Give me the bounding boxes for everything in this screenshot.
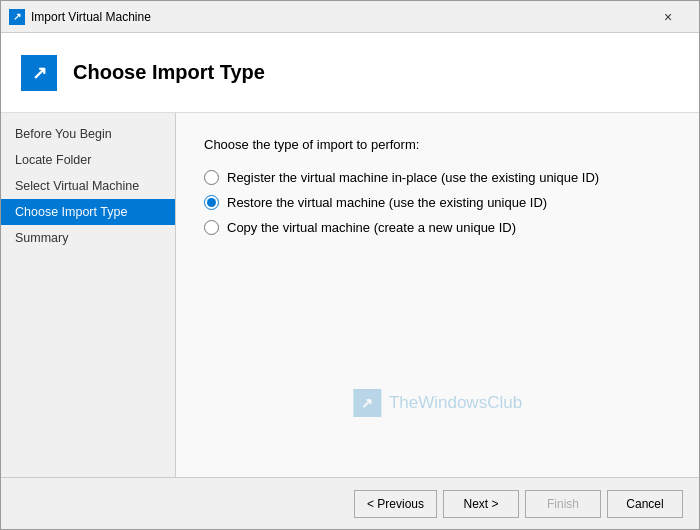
radio-register-label: Register the virtual machine in-place (u…: [227, 170, 599, 185]
wizard-content: Before You Begin Locate Folder Select Vi…: [1, 113, 699, 477]
watermark: ↗ TheWindowsClub: [353, 389, 522, 417]
sidebar-item-locate-folder[interactable]: Locate Folder: [1, 147, 175, 173]
finish-button[interactable]: Finish: [525, 490, 601, 518]
import-type-radio-group: Register the virtual machine in-place (u…: [204, 170, 671, 235]
radio-copy[interactable]: [204, 220, 219, 235]
wizard-header: ↗ Choose Import Type: [1, 33, 699, 113]
cancel-button[interactable]: Cancel: [607, 490, 683, 518]
sidebar-item-select-virtual-machine[interactable]: Select Virtual Machine: [1, 173, 175, 199]
wizard-title: Choose Import Type: [73, 61, 265, 84]
title-bar-icon: ↗: [9, 9, 25, 25]
next-button[interactable]: Next >: [443, 490, 519, 518]
main-instruction: Choose the type of import to perform:: [204, 137, 671, 152]
sidebar-item-before-you-begin[interactable]: Before You Begin: [1, 121, 175, 147]
watermark-text: TheWindowsClub: [389, 393, 522, 413]
sidebar-item-summary[interactable]: Summary: [1, 225, 175, 251]
radio-register[interactable]: [204, 170, 219, 185]
wizard-main-panel: Choose the type of import to perform: Re…: [176, 113, 699, 477]
watermark-icon: ↗: [353, 389, 381, 417]
radio-item-restore[interactable]: Restore the virtual machine (use the exi…: [204, 195, 671, 210]
radio-item-register[interactable]: Register the virtual machine in-place (u…: [204, 170, 671, 185]
close-button[interactable]: ×: [645, 1, 691, 33]
wizard-sidebar: Before You Begin Locate Folder Select Vi…: [1, 113, 176, 477]
radio-restore[interactable]: [204, 195, 219, 210]
title-bar-text: Import Virtual Machine: [31, 10, 645, 24]
radio-restore-label: Restore the virtual machine (use the exi…: [227, 195, 547, 210]
import-virtual-machine-dialog: ↗ Import Virtual Machine × ↗ Choose Impo…: [0, 0, 700, 530]
sidebar-item-choose-import-type[interactable]: Choose Import Type: [1, 199, 175, 225]
previous-button[interactable]: < Previous: [354, 490, 437, 518]
radio-copy-label: Copy the virtual machine (create a new u…: [227, 220, 516, 235]
title-bar: ↗ Import Virtual Machine ×: [1, 1, 699, 33]
wizard-footer: < Previous Next > Finish Cancel: [1, 477, 699, 529]
header-icon: ↗: [21, 55, 57, 91]
radio-item-copy[interactable]: Copy the virtual machine (create a new u…: [204, 220, 671, 235]
